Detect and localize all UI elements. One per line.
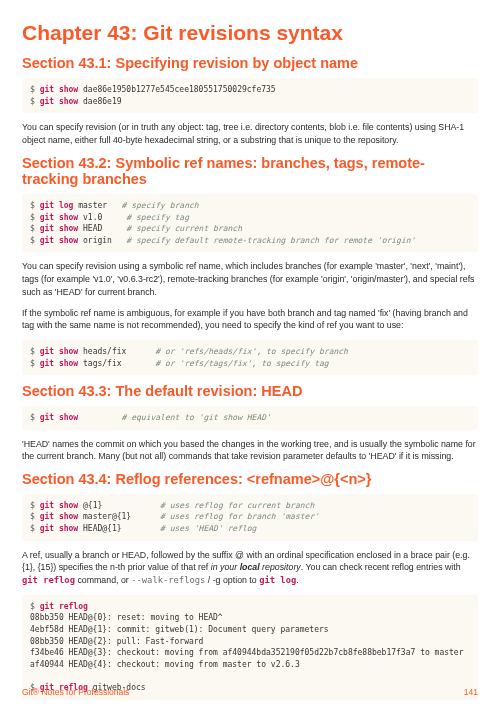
text-strong: local [240, 562, 260, 572]
text: / -g option to [205, 575, 259, 585]
prompt: $ [30, 359, 35, 368]
cmd: git reflog [40, 602, 88, 611]
prompt: $ [30, 512, 35, 521]
inline-flag: --walk-reflogs [131, 575, 205, 585]
code-sec4b: $ git reflog 08bb350 HEAD@{0}: reset: mo… [22, 595, 478, 700]
cmd: git show [40, 501, 79, 510]
section-43-4-title: Section 43.4: Reflog references: <refnam… [22, 471, 478, 488]
comment: # specify default remote-tracking branch… [126, 236, 415, 245]
arg: @{1} [78, 501, 160, 510]
prompt: $ [30, 201, 35, 210]
prompt: $ [30, 224, 35, 233]
chapter-title: Chapter 43: Git revisions syntax [22, 18, 478, 47]
cmd: git show [40, 236, 79, 245]
out: 08bb350 HEAD@{0}: reset: moving to HEAD^ [30, 613, 223, 622]
cmd: git show [40, 413, 79, 422]
code-sec2b: $ git show heads/fix # or 'refs/heads/fi… [22, 340, 478, 375]
code-sec4a: $ git show @{1} # uses reflog for curren… [22, 494, 478, 541]
arg: dae86e19 [78, 97, 121, 106]
cmd: git show [40, 224, 79, 233]
prompt: $ [30, 501, 35, 510]
arg: master@{1} [78, 512, 160, 521]
prompt: $ [30, 236, 35, 245]
cmd: git show [40, 512, 79, 521]
out: 4ebf58d HEAD@{1}: commit: gitweb(1): Doc… [30, 625, 329, 634]
section-43-2-title: Section 43.2: Symbolic ref names: branch… [22, 155, 478, 188]
sec1-p1: You can specify revision (or in truth an… [22, 121, 478, 147]
inline-code: git log [259, 575, 296, 585]
arg: HEAD@{1} [78, 524, 160, 533]
prompt: $ [30, 213, 35, 222]
sec3-p1: 'HEAD' names the commit on which you bas… [22, 438, 478, 464]
out: 08bb350 HEAD@{2}: pull: Fast-forward [30, 637, 203, 646]
text: . You can check recent reflog entries wi… [301, 562, 461, 572]
sec2-p2: If the symbolic ref name is ambiguous, f… [22, 307, 478, 333]
cmd: git show [40, 347, 79, 356]
cmd: git show [40, 524, 79, 533]
prompt: $ [30, 602, 35, 611]
comment: # uses reflog for branch 'master' [160, 512, 319, 521]
comment: # equivalent to 'git show HEAD' [122, 413, 271, 422]
prompt: $ [30, 97, 35, 106]
arg [78, 413, 121, 422]
text: command, or [75, 575, 131, 585]
section-43-1-title: Section 43.1: Specifying revision by obj… [22, 55, 478, 72]
comment: # or 'refs/heads/fix', to specify branch [155, 347, 348, 356]
arg: dae86e1950b1277e545cee180551750029cfe735 [78, 85, 275, 94]
code-sec3: $ git show # equivalent to 'git show HEA… [22, 406, 478, 430]
comment: # uses reflog for current branch [160, 501, 314, 510]
text: . [296, 575, 298, 585]
prompt: $ [30, 85, 35, 94]
arg: origin [78, 236, 126, 245]
comment: # specify branch [122, 201, 199, 210]
out: f34be46 HEAD@{3}: checkout: moving from … [30, 648, 463, 657]
arg: HEAD [78, 224, 126, 233]
prompt: $ [30, 524, 35, 533]
prompt: $ [30, 347, 35, 356]
arg: tags/fix [78, 359, 155, 368]
cmd: git show [40, 213, 79, 222]
comment: # uses 'HEAD' reflog [160, 524, 256, 533]
footer-left: Git® Notes for Professionals [22, 687, 129, 699]
inline-code: git reflog [22, 575, 75, 585]
section-43-3-title: Section 43.3: The default revision: HEAD [22, 383, 478, 400]
comment: # or 'refs/tags/fix', to specify tag [155, 359, 328, 368]
cmd: git show [40, 359, 79, 368]
arg: v1.0 [78, 213, 126, 222]
prompt: $ [30, 413, 35, 422]
cmd: git log [40, 201, 74, 210]
code-sec2a: $ git log master # specify branch $ git … [22, 194, 478, 252]
arg: master [73, 201, 121, 210]
cmd: git show [40, 85, 79, 94]
footer-page: 141 [464, 687, 478, 699]
arg: heads/fix [78, 347, 155, 356]
out: af40944 HEAD@{4}: checkout: moving from … [30, 660, 300, 669]
cmd: git show [40, 97, 79, 106]
code-sec1: $ git show dae86e1950b1277e545cee1805517… [22, 78, 478, 113]
comment: # specify current branch [126, 224, 242, 233]
text-em: repository [260, 562, 301, 572]
comment: # specify tag [126, 213, 189, 222]
sec2-p1: You can specify revision using a symboli… [22, 260, 478, 298]
text-em: in your [211, 562, 240, 572]
sec4-p1: A ref, usually a branch or HEAD, followe… [22, 549, 478, 587]
